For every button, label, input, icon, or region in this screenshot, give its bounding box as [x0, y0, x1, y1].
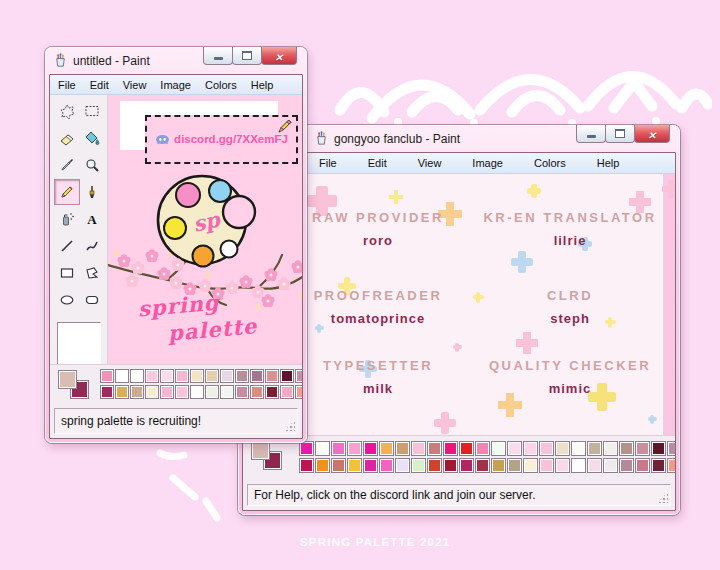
palette-swatch[interactable]: [491, 458, 506, 473]
palette-swatch[interactable]: [220, 385, 234, 399]
palette-swatch[interactable]: [411, 441, 426, 456]
palette-swatch[interactable]: [603, 458, 618, 473]
resize-grip[interactable]: [284, 420, 295, 431]
menu-image[interactable]: Image: [155, 78, 196, 92]
palette-swatch[interactable]: [130, 385, 144, 399]
palette-swatch[interactable]: [555, 441, 570, 456]
palette-swatch[interactable]: [427, 441, 442, 456]
foreground-color-swatch[interactable]: [251, 441, 270, 460]
menu-help[interactable]: Help: [246, 78, 279, 92]
tool-curve[interactable]: [79, 233, 105, 259]
tool-line[interactable]: [54, 233, 80, 259]
tool-color-picker[interactable]: [54, 152, 80, 178]
palette-swatch[interactable]: [250, 385, 264, 399]
palette-swatch[interactable]: [299, 441, 314, 456]
maximize-button[interactable]: [232, 47, 262, 65]
tool-rounded-rectangle[interactable]: [79, 287, 105, 313]
tool-airbrush[interactable]: [54, 206, 80, 232]
palette-swatch[interactable]: [475, 441, 490, 456]
palette-swatch[interactable]: [603, 441, 618, 456]
tool-rectangle[interactable]: [54, 260, 80, 286]
palette-swatch[interactable]: [145, 385, 159, 399]
palette-swatch[interactable]: [379, 441, 394, 456]
tool-text[interactable]: A: [79, 206, 105, 232]
palette-swatch[interactable]: [250, 369, 264, 383]
palette-swatch[interactable]: [315, 458, 330, 473]
menu-colors[interactable]: Colors: [200, 78, 242, 92]
palette-swatch[interactable]: [539, 441, 554, 456]
menu-image[interactable]: Image: [466, 156, 509, 170]
palette-swatch[interactable]: [100, 385, 114, 399]
palette-swatch[interactable]: [363, 441, 378, 456]
menu-colors[interactable]: Colors: [528, 156, 572, 170]
paint-canvas[interactable]: RAW PROVIDERroroKR-EN TRANSLATORlilriePR…: [243, 174, 675, 435]
palette-swatch[interactable]: [491, 441, 506, 456]
palette-swatch[interactable]: [459, 441, 474, 456]
tool-eraser[interactable]: [54, 125, 80, 151]
palette-swatch[interactable]: [395, 458, 410, 473]
palette-swatch[interactable]: [635, 441, 650, 456]
palette-swatch[interactable]: [235, 369, 249, 383]
palette-swatch[interactable]: [160, 369, 174, 383]
close-button[interactable]: [634, 125, 670, 143]
palette-swatch[interactable]: [299, 458, 314, 473]
maximize-button[interactable]: [605, 125, 635, 143]
palette-swatch[interactable]: [587, 458, 602, 473]
palette-swatch[interactable]: [331, 458, 346, 473]
palette-swatch[interactable]: [190, 385, 204, 399]
menu-edit[interactable]: Edit: [362, 156, 393, 170]
palette-swatch[interactable]: [175, 369, 189, 383]
palette-swatch[interactable]: [523, 458, 538, 473]
menu-file[interactable]: File: [53, 78, 81, 92]
palette-swatch[interactable]: [295, 385, 303, 399]
foreground-background-colors[interactable]: [57, 369, 97, 401]
palette-swatch[interactable]: [295, 369, 303, 383]
palette-swatch[interactable]: [265, 385, 279, 399]
palette-swatch[interactable]: [395, 441, 410, 456]
palette-swatch[interactable]: [100, 369, 114, 383]
tool-ellipse[interactable]: [54, 287, 80, 313]
tool-polygon[interactable]: [79, 260, 105, 286]
palette-swatch[interactable]: [363, 458, 378, 473]
palette-swatch[interactable]: [507, 458, 522, 473]
menu-edit[interactable]: Edit: [85, 78, 114, 92]
minimize-button[interactable]: [576, 125, 606, 143]
foreground-color-swatch[interactable]: [58, 370, 77, 389]
palette-swatch[interactable]: [315, 441, 330, 456]
tool-free-form-select[interactable]: [54, 98, 80, 124]
palette-swatch[interactable]: [539, 458, 554, 473]
close-button[interactable]: [261, 47, 297, 65]
palette-swatch[interactable]: [587, 441, 602, 456]
palette-swatch[interactable]: [331, 441, 346, 456]
palette-swatch[interactable]: [459, 458, 474, 473]
minimize-button[interactable]: [203, 47, 233, 65]
palette-swatch[interactable]: [205, 369, 219, 383]
menu-view[interactable]: View: [118, 78, 152, 92]
palette-swatch[interactable]: [443, 458, 458, 473]
palette-swatch[interactable]: [667, 458, 676, 473]
palette-swatch[interactable]: [667, 441, 676, 456]
palette-swatch[interactable]: [651, 441, 666, 456]
tool-pencil[interactable]: [54, 179, 80, 205]
resize-grip[interactable]: [657, 492, 668, 503]
palette-swatch[interactable]: [190, 369, 204, 383]
palette-swatch[interactable]: [265, 369, 279, 383]
palette-swatch[interactable]: [160, 385, 174, 399]
palette-swatch[interactable]: [427, 458, 442, 473]
menu-view[interactable]: View: [412, 156, 448, 170]
discord-invite-link[interactable]: discord.gg/7XXemFJ: [174, 133, 288, 145]
selection-discord-link[interactable]: discord.gg/7XXemFJ: [145, 115, 298, 164]
palette-swatch[interactable]: [619, 458, 634, 473]
tool-brush[interactable]: [79, 179, 105, 205]
palette-swatch[interactable]: [235, 385, 249, 399]
palette-swatch[interactable]: [130, 369, 144, 383]
palette-swatch[interactable]: [411, 458, 426, 473]
palette-swatch[interactable]: [347, 441, 362, 456]
palette-swatch[interactable]: [280, 385, 294, 399]
palette-swatch[interactable]: [619, 441, 634, 456]
palette-swatch[interactable]: [115, 385, 129, 399]
palette-swatch[interactable]: [571, 458, 586, 473]
tool-fill[interactable]: [79, 125, 105, 151]
palette-swatch[interactable]: [475, 458, 490, 473]
palette-swatch[interactable]: [523, 441, 538, 456]
